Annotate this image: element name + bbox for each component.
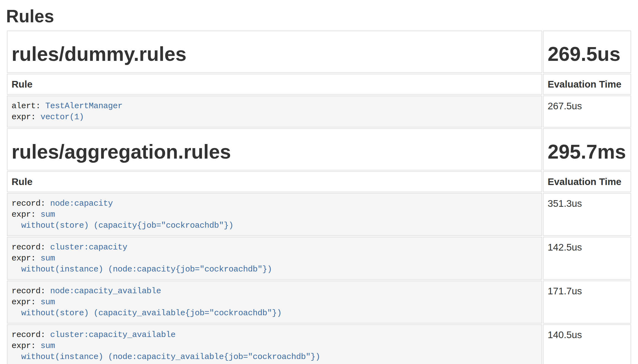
rule-expr-link[interactable]: sum [40, 210, 55, 219]
group-header-row: rules/dummy.rules269.5us [7, 31, 631, 73]
rule-row: record: cluster:capacity_availableexpr: … [7, 324, 631, 364]
rule-eval-time: 267.5us [543, 96, 631, 127]
group-file-cell: rules/dummy.rules [7, 31, 542, 73]
rule-keyword: record: [12, 286, 50, 296]
rules-page: Rules rules/dummy.rules269.5usRuleEvalua… [0, 7, 638, 364]
rule-code-line: record: cluster:capacity [12, 242, 537, 253]
rule-code-line: expr: sum [12, 340, 537, 351]
rule-code-line: record: node:capacity_available [12, 286, 537, 297]
rule-eval-time: 171.7us [543, 281, 631, 324]
group-file-name: rules/dummy.rules [12, 43, 537, 65]
rules-table-body: rules/dummy.rules269.5usRuleEvaluation T… [7, 31, 631, 364]
rule-row: record: node:capacityexpr: sum without(s… [7, 193, 631, 236]
group-eval-time: 295.7ms [548, 141, 626, 163]
column-header-row: RuleEvaluation Time [7, 171, 631, 192]
eval-time-column-header: Evaluation Time [543, 74, 631, 95]
rule-code-line: alert: TestAlertManager [12, 100, 537, 112]
rule-row: alert: TestAlertManagerexpr: vector(1)26… [7, 96, 631, 127]
rule-code-line: record: cluster:capacity_available [12, 329, 537, 340]
rule-expr-link[interactable]: sum [40, 254, 55, 263]
rules-table: rules/dummy.rules269.5usRuleEvaluation T… [6, 30, 632, 364]
rule-column-header: Rule [7, 171, 542, 192]
rule-expr-link[interactable]: without(instance) (node:capacity_availab… [12, 352, 320, 362]
rule-eval-time: 351.3us [543, 193, 631, 236]
rule-keyword: expr: [12, 341, 40, 351]
rule-keyword: record: [12, 243, 50, 252]
eval-time-column-header: Evaluation Time [543, 171, 631, 192]
rule-code-line: without(instance) (node:capacity{job="co… [12, 264, 537, 275]
rule-definition-cell: record: node:capacityexpr: sum without(s… [7, 193, 542, 236]
group-file-name: rules/aggregation.rules [12, 141, 537, 163]
rule-code-line: expr: sum [12, 253, 537, 264]
rule-expr-link[interactable]: node:capacity [50, 199, 113, 208]
group-eval-time-cell: 295.7ms [543, 128, 631, 170]
rule-row: record: node:capacity_availableexpr: sum… [7, 281, 631, 324]
group-eval-time-cell: 269.5us [543, 31, 631, 73]
rule-code-line: without(store) (capacity{job="cockroachd… [12, 220, 537, 231]
rule-expr-link[interactable]: sum [40, 297, 55, 307]
rule-column-header: Rule [7, 74, 542, 95]
rule-definition-cell: record: cluster:capacityexpr: sum withou… [7, 237, 542, 280]
rule-code-line: without(instance) (node:capacity_availab… [12, 351, 537, 362]
rule-eval-time: 142.5us [543, 237, 631, 280]
rule-expr-link[interactable]: without(store) (capacity{job="cockroachd… [12, 221, 233, 230]
rule-definition-cell: alert: TestAlertManagerexpr: vector(1) [7, 96, 542, 127]
rule-keyword: record: [12, 199, 50, 208]
rule-keyword: expr: [12, 254, 40, 263]
rule-code-line: record: node:capacity [12, 198, 537, 209]
group-file-cell: rules/aggregation.rules [7, 128, 542, 170]
rule-code-line: expr: vector(1) [12, 112, 537, 123]
rule-keyword: expr: [12, 210, 40, 219]
rule-expr-link[interactable]: cluster:capacity [50, 243, 127, 252]
rule-code-line: expr: sum [12, 209, 537, 220]
rule-definition-cell: record: cluster:capacity_availableexpr: … [7, 324, 542, 364]
rule-code-line: without(store) (capacity_available{job="… [12, 308, 537, 319]
rule-expr-link[interactable]: vector(1) [40, 112, 84, 122]
rule-expr-link[interactable]: sum [40, 341, 55, 351]
rule-keyword: record: [12, 330, 50, 339]
rule-row: record: cluster:capacityexpr: sum withou… [7, 237, 631, 280]
rule-keyword: alert: [12, 101, 45, 111]
group-header-row: rules/aggregation.rules295.7ms [7, 128, 631, 170]
group-eval-time: 269.5us [548, 43, 626, 65]
rule-expr-link[interactable]: without(store) (capacity_available{job="… [12, 308, 282, 318]
rule-expr-link[interactable]: cluster:capacity_available [50, 330, 175, 339]
rule-code-line: expr: sum [12, 297, 537, 308]
rule-eval-time: 140.5us [543, 324, 631, 364]
rule-keyword: expr: [12, 297, 40, 307]
page-title: Rules [6, 7, 632, 26]
rule-expr-link[interactable]: node:capacity_available [50, 286, 161, 296]
rule-expr-link[interactable]: without(instance) (node:capacity{job="co… [12, 265, 272, 274]
rule-expr-link[interactable]: TestAlertManager [45, 101, 123, 111]
column-header-row: RuleEvaluation Time [7, 74, 631, 95]
rule-definition-cell: record: node:capacity_availableexpr: sum… [7, 281, 542, 324]
rule-keyword: expr: [12, 112, 40, 122]
